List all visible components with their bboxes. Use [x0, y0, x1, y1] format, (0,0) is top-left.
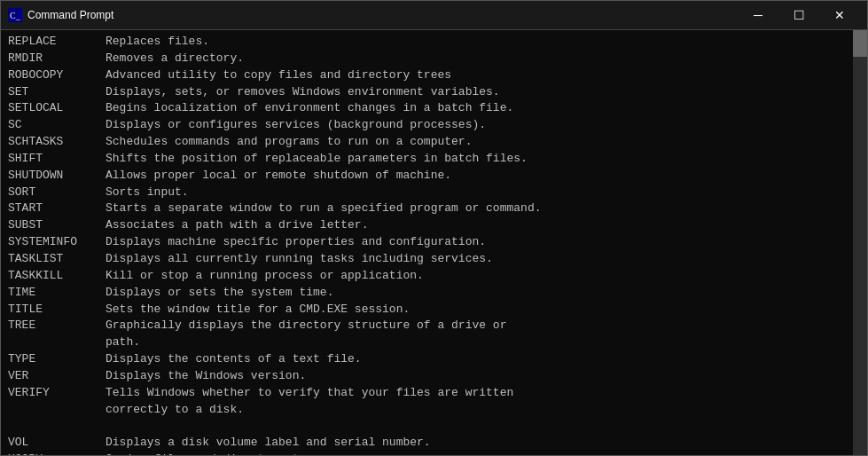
table-row: XCOPYCopies files and directory trees.	[8, 452, 844, 455]
title-bar: C_ Command Prompt ─ ☐ ✕	[1, 1, 867, 30]
command-name: SUBST	[8, 217, 106, 234]
command-name: TASKKILL	[8, 268, 106, 285]
command-name: TREE	[8, 318, 106, 351]
command-desc: Associates a path with a drive letter.	[106, 217, 368, 234]
maximize-button[interactable]: ☐	[778, 1, 819, 30]
command-name: SETLOCAL	[8, 100, 106, 117]
table-row: VERDisplays the Windows version.	[8, 368, 844, 385]
table-row: SETLOCALBegins localization of environme…	[8, 100, 844, 117]
table-row: ROBOCOPYAdvanced utility to copy files a…	[8, 67, 844, 84]
command-name: VER	[8, 368, 106, 385]
table-row: TYPEDisplays the contents of a text file…	[8, 351, 844, 368]
window-controls: ─ ☐ ✕	[738, 1, 860, 30]
table-row: TITLESets the window title for a CMD.EXE…	[8, 302, 844, 318]
close-button[interactable]: ✕	[819, 1, 860, 30]
table-row: TASKKILLKill or stop a running process o…	[8, 268, 844, 285]
scrollbar-track[interactable]	[853, 30, 867, 455]
command-desc: Kill or stop a running process or applic…	[106, 268, 424, 285]
table-row: SUBSTAssociates a path with a drive lett…	[8, 217, 844, 234]
command-desc: Begins localization of environment chang…	[106, 100, 513, 117]
terminal-body[interactable]: REPLACEReplaces files.RMDIRRemoves a dir…	[1, 30, 867, 455]
command-name: VOL	[8, 435, 106, 452]
window: C_ Command Prompt ─ ☐ ✕ REPLACEReplaces …	[0, 0, 868, 456]
command-name: TYPE	[8, 351, 106, 368]
command-desc: Allows proper local or remote shutdown o…	[106, 168, 451, 185]
command-desc: Starts a separate window to run a specif…	[106, 200, 541, 217]
command-desc: Displays or configures services (backgro…	[106, 117, 486, 134]
command-name: START	[8, 200, 106, 217]
command-desc: Tells Windows whether to verify that you…	[106, 385, 513, 419]
command-name: RMDIR	[8, 51, 106, 67]
command-name: SHIFT	[8, 151, 106, 168]
command-desc: Copies files and directory trees.	[106, 452, 333, 455]
content-area: REPLACEReplaces files.RMDIRRemoves a dir…	[8, 34, 860, 455]
command-desc: Sorts input.	[106, 185, 189, 201]
command-desc: Displays the contents of a text file.	[106, 351, 362, 368]
cmd-icon: C_	[8, 8, 22, 22]
table-row: SORTSorts input.	[8, 185, 844, 201]
command-name: REPLACE	[8, 34, 106, 51]
command-desc: Displays machine specific properties and…	[106, 234, 486, 251]
table-row: SHIFTShifts the position of replaceable …	[8, 151, 844, 168]
command-name: SCHTASKS	[8, 134, 106, 151]
window-title: Command Prompt	[27, 9, 738, 21]
minimize-button[interactable]: ─	[738, 1, 778, 30]
command-desc: Schedules commands and programs to run o…	[106, 134, 472, 151]
table-row: SETDisplays, sets, or removes Windows en…	[8, 84, 844, 101]
command-name: SYSTEMINFO	[8, 234, 106, 251]
table-row: SHUTDOWNAllows proper local or remote sh…	[8, 168, 844, 185]
command-desc: Replaces files.	[106, 34, 209, 51]
svg-text:C_: C_	[10, 11, 21, 20]
command-desc: Displays a disk volume label and serial …	[106, 435, 431, 452]
command-name: TIME	[8, 285, 106, 302]
table-row: TASKLISTDisplays all currently running t…	[8, 251, 844, 268]
blank-line	[8, 418, 844, 435]
command-desc: Displays the Windows version.	[106, 368, 306, 385]
table-row: VERIFYTells Windows whether to verify th…	[8, 385, 844, 419]
command-name: SHUTDOWN	[8, 168, 106, 185]
command-name: SC	[8, 117, 106, 134]
table-row: TIMEDisplays or sets the system time.	[8, 285, 844, 302]
scrollbar-thumb[interactable]	[853, 30, 867, 57]
command-name: ROBOCOPY	[8, 67, 106, 84]
command-name: SET	[8, 84, 106, 101]
command-desc: Shifts the position of replaceable param…	[106, 151, 528, 168]
command-name: TITLE	[8, 302, 106, 318]
command-desc: Removes a directory.	[106, 51, 244, 67]
command-desc: Sets the window title for a CMD.EXE sess…	[106, 302, 410, 318]
table-row: TREEGraphically displays the directory s…	[8, 318, 844, 351]
table-row: REPLACEReplaces files.	[8, 34, 844, 51]
command-desc: Advanced utility to copy files and direc…	[106, 67, 451, 84]
command-name: TASKLIST	[8, 251, 106, 268]
command-desc: Displays or sets the system time.	[106, 285, 333, 302]
table-row: RMDIRRemoves a directory.	[8, 51, 844, 67]
command-desc: Displays, sets, or removes Windows envir…	[106, 84, 500, 101]
table-row: VOLDisplays a disk volume label and seri…	[8, 435, 844, 452]
table-row: SYSTEMINFODisplays machine specific prop…	[8, 234, 844, 251]
table-row: SCDisplays or configures services (backg…	[8, 117, 844, 134]
command-name: SORT	[8, 185, 106, 201]
command-desc: Displays all currently running tasks inc…	[106, 251, 493, 268]
command-desc: Graphically displays the directory struc…	[106, 318, 506, 351]
table-row: SCHTASKSSchedules commands and programs …	[8, 134, 844, 151]
table-row: STARTStarts a separate window to run a s…	[8, 200, 844, 217]
command-name: XCOPY	[8, 452, 106, 455]
command-name: VERIFY	[8, 385, 106, 419]
